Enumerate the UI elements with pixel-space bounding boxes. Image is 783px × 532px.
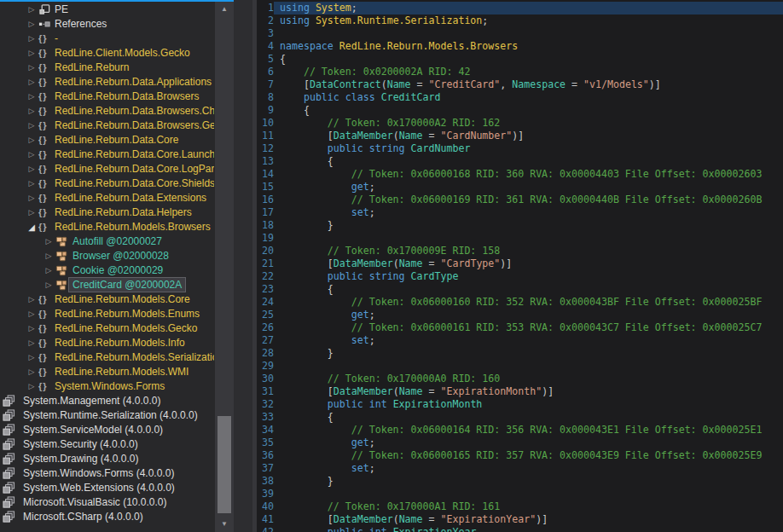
code-line[interactable]: 15 get;	[257, 181, 783, 194]
tree-item[interactable]: ▷{}RedLine.Reburn.Data.Applications	[0, 75, 214, 90]
tree-item[interactable]: Microsoft.CSharp (4.0.0.0)	[0, 510, 214, 524]
code-line[interactable]: 13 {	[257, 155, 783, 168]
expander-icon[interactable]: ▷	[44, 250, 54, 263]
code-editor[interactable]: 1using System;2using System.Runtime.Seri…	[252, 0, 783, 532]
tree-item[interactable]: ▷{}RedLine.Reburn.Data.Core.Shields	[0, 176, 214, 191]
code-line[interactable]: 11 [DataMember(Name = "CardNumber")]	[257, 130, 783, 142]
expander-icon[interactable]: ▷	[44, 264, 54, 277]
tree-item[interactable]: ▷Autofill @02000027	[0, 234, 214, 249]
tree-item[interactable]: ▷CreditCard @0200002A	[0, 278, 214, 292]
expander-icon[interactable]: ▷	[26, 3, 37, 16]
scroll-up-icon[interactable]: ▲	[215, 3, 234, 15]
code-line[interactable]: 25 get;	[257, 309, 783, 321]
expander-icon[interactable]: ▷	[26, 90, 37, 103]
tree-item[interactable]: ▷{}RedLine.Reburn.Models.Core	[0, 292, 214, 307]
expander-icon[interactable]: ◢	[26, 221, 37, 234]
scroll-down-icon[interactable]: ▼	[215, 518, 234, 530]
expander-icon[interactable]: ▷	[26, 18, 37, 31]
tree-item[interactable]: ▷{}RedLine.Reburn.Data.Core.Launcher	[0, 147, 214, 162]
code-line[interactable]: 8 public class CreditCard	[257, 91, 783, 104]
expander-icon[interactable]: ▷	[26, 32, 37, 45]
code-line[interactable]: 28 }	[257, 347, 783, 360]
code-line[interactable]: 7 [DataContract(Name = "CreditCard", Nam…	[257, 78, 783, 91]
tree-item[interactable]: ▷{}RedLine.Reburn.Data.Core	[0, 133, 214, 147]
code-line[interactable]: 31 [DataMember(Name = "ExpirationMonth")…	[257, 385, 783, 398]
expander-icon[interactable]: ▷	[44, 279, 54, 292]
code-line[interactable]: 17 set;	[257, 206, 783, 219]
expander-icon[interactable]: ▷	[26, 47, 37, 60]
tree-item[interactable]: ▷{}RedLine.Reburn.Data.Extensions	[0, 191, 214, 205]
tree-item[interactable]: ▷{}RedLine.Reburn.Data.Helpers	[0, 205, 214, 220]
code-line[interactable]: 3	[257, 27, 783, 40]
tree-item[interactable]: ▷{}-	[0, 32, 214, 46]
expander-icon[interactable]: ▷	[44, 235, 54, 248]
tree-item[interactable]: ▷{}RedLine.Reburn.Models.WMI	[0, 365, 214, 379]
tree-item[interactable]: ▷{}RedLine.Reburn.Models.Enums	[0, 307, 214, 321]
tree-item[interactable]: ◢{}RedLine.Reburn.Models.Browsers	[0, 220, 214, 234]
tree-item[interactable]: ▷{}RedLine.Reburn.Data.Browsers	[0, 90, 214, 104]
tree-item[interactable]: System.Runtime.Serialization (4.0.0.0)	[0, 408, 214, 423]
tree-item[interactable]: ▷{}RedLine.Reburn.Data.Browsers.Gecko	[0, 119, 214, 133]
code-line[interactable]: 40 // Token: 0x170000A1 RID: 161	[257, 500, 783, 513]
code-line[interactable]: 30 // Token: 0x170000A0 RID: 160	[257, 373, 783, 385]
tree-item[interactable]: ▷{}RedLine.Reburn	[0, 61, 214, 75]
code-line[interactable]: 9 {	[257, 104, 783, 117]
code-line[interactable]: 33 {	[257, 411, 783, 424]
code-line[interactable]: 23 {	[257, 283, 783, 296]
code-line[interactable]: 29	[257, 360, 783, 373]
expander-icon[interactable]: ▷	[26, 192, 37, 205]
code-line[interactable]: 6 // Token: 0x0200002A RID: 42	[257, 66, 783, 78]
code-line[interactable]: 37 set;	[257, 462, 783, 475]
code-line[interactable]: 26 // Token: 0x06000161 RID: 353 RVA: 0x…	[257, 321, 783, 334]
expander-icon[interactable]: ▷	[26, 308, 37, 321]
expander-icon[interactable]: ▷	[26, 177, 37, 190]
tree-item[interactable]: ▷References	[0, 17, 214, 32]
code-line[interactable]: 18 }	[257, 219, 783, 232]
tree-item[interactable]: ▷{}RedLine.Reburn.Data.Core.LogParser	[0, 162, 214, 176]
tree-item[interactable]: System.Security (4.0.0.0)	[0, 437, 214, 452]
expander-icon[interactable]: ▷	[26, 206, 37, 219]
code-line[interactable]: 14 // Token: 0x06000168 RID: 360 RVA: 0x…	[257, 168, 783, 181]
code-line[interactable]: 12 public string CardNumber	[257, 142, 783, 155]
expander-icon[interactable]: ▷	[26, 76, 37, 89]
code-line[interactable]: 5{	[257, 53, 783, 66]
code-line[interactable]: 22 public string CardType	[257, 270, 783, 283]
tree-item[interactable]: System.Drawing (4.0.0.0)	[0, 452, 214, 466]
code-line[interactable]: 19	[257, 232, 783, 245]
code-line[interactable]: 20 // Token: 0x1700009E RID: 158	[257, 245, 783, 257]
panel-splitter[interactable]	[234, 0, 252, 532]
code-line[interactable]: 34 // Token: 0x06000164 RID: 356 RVA: 0x…	[257, 424, 783, 437]
code-line[interactable]: 4namespace RedLine.Reburn.Models.Browser…	[257, 40, 783, 53]
tree-item[interactable]: ▷{}RedLine.Reburn.Models.Gecko	[0, 321, 214, 336]
code-line[interactable]: 42 public int ExpirationYear	[257, 526, 783, 532]
tree-item[interactable]: System.Management (4.0.0.0)	[0, 394, 214, 408]
tree-item[interactable]: ▷{}RedLine.Reburn.Models.Info	[0, 336, 214, 350]
expander-icon[interactable]: ▷	[26, 105, 37, 118]
scrollbar-thumb[interactable]	[218, 416, 231, 513]
code-line[interactable]: 38 }	[257, 475, 783, 488]
tree-item[interactable]: System.Web.Extensions (4.0.0.0)	[0, 481, 214, 495]
code-line[interactable]: 1using System;	[257, 2, 783, 14]
expander-icon[interactable]: ▷	[26, 351, 37, 364]
expander-icon[interactable]: ▷	[26, 61, 37, 74]
code-line[interactable]: 10 // Token: 0x170000A2 RID: 162	[257, 117, 783, 130]
code-line[interactable]: 39	[257, 488, 783, 500]
tree-item[interactable]: ▷Browser @02000028	[0, 249, 214, 263]
code-line[interactable]: 24 // Token: 0x06000160 RID: 352 RVA: 0x…	[257, 296, 783, 309]
code-line[interactable]: 32 public int ExpirationMonth	[257, 398, 783, 411]
tree-item[interactable]: ▷Cookie @02000029	[0, 263, 214, 278]
tree-item[interactable]: ▷{}System.Windows.Forms	[0, 379, 214, 394]
tree-item[interactable]: ▷PE	[0, 3, 214, 17]
code-line[interactable]: 21 [DataMember(Name = "CardType")]	[257, 257, 783, 270]
tree-item[interactable]: ▷{}RedLine.Client.Models.Gecko	[0, 46, 214, 61]
code-line[interactable]: 36 // Token: 0x06000165 RID: 357 RVA: 0x…	[257, 449, 783, 462]
tree-scrollbar[interactable]: ▲ ▼	[215, 2, 234, 532]
code-line[interactable]: 35 get;	[257, 437, 783, 449]
expander-icon[interactable]: ▷	[26, 322, 37, 335]
expander-icon[interactable]: ▷	[26, 366, 37, 379]
expander-icon[interactable]: ▷	[26, 148, 37, 161]
expander-icon[interactable]: ▷	[26, 337, 37, 350]
expander-icon[interactable]: ▷	[26, 380, 37, 393]
expander-icon[interactable]: ▷	[26, 293, 37, 306]
code-line[interactable]: 27 set;	[257, 334, 783, 347]
